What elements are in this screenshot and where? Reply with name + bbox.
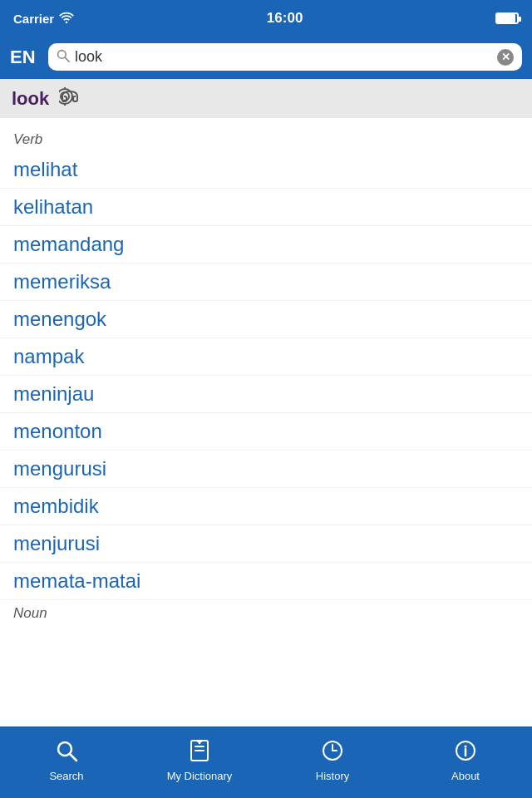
battery-area	[495, 12, 519, 24]
history-nav-icon	[320, 738, 345, 766]
svg-point-14	[465, 746, 467, 748]
nav-about[interactable]: About	[399, 727, 532, 798]
list-item[interactable]: mengurusi	[0, 451, 532, 488]
search-nav-icon	[54, 738, 79, 766]
word-header: look	[0, 79, 532, 118]
language-badge[interactable]: EN	[10, 47, 40, 68]
list-item[interactable]: kelihatan	[0, 189, 532, 226]
nav-my-dictionary[interactable]: My Dictionary	[133, 727, 266, 798]
list-item[interactable]: nampak	[0, 338, 532, 376]
list-item[interactable]: melihat	[0, 151, 532, 189]
word-title: look	[12, 88, 49, 110]
about-nav-icon	[453, 738, 478, 766]
search-input[interactable]	[75, 48, 492, 66]
carrier-label: Carrier	[13, 12, 54, 26]
list-item[interactable]: memeriksa	[0, 264, 532, 301]
list-item[interactable]: membidik	[0, 488, 532, 525]
list-item[interactable]: memata-matai	[0, 563, 532, 600]
status-bar: Carrier 16:00	[0, 0, 532, 37]
wifi-icon	[59, 12, 74, 26]
clear-button[interactable]: ✕	[497, 49, 514, 66]
list-item[interactable]: menengok	[0, 301, 532, 338]
pos-label: Verb	[0, 126, 532, 151]
bottom-nav: Search My Dictionary History	[0, 727, 532, 798]
my-dictionary-nav-icon	[187, 738, 212, 766]
history-nav-label: History	[316, 770, 349, 782]
svg-point-0	[58, 50, 66, 58]
list-item[interactable]: meninjau	[0, 376, 532, 413]
status-time: 16:00	[267, 10, 303, 27]
translation-content: Verbmelihatkelihatanmemandangmemeriksame…	[0, 118, 532, 720]
list-item[interactable]: menjurusi	[0, 525, 532, 563]
pos-label: Noun	[0, 600, 532, 625]
battery-icon	[495, 12, 519, 24]
svg-line-7	[70, 754, 76, 761]
search-icon	[57, 49, 70, 66]
carrier-info: Carrier	[13, 12, 74, 26]
my-dictionary-nav-label: My Dictionary	[167, 770, 233, 782]
search-bar: EN ✕	[0, 37, 532, 79]
svg-line-1	[65, 57, 69, 62]
list-item[interactable]: menonton	[0, 413, 532, 451]
audio-icon[interactable]	[59, 87, 81, 110]
nav-history[interactable]: History	[266, 727, 399, 798]
list-item[interactable]: memandang	[0, 226, 532, 264]
about-nav-label: About	[451, 770, 480, 782]
search-nav-label: Search	[49, 770, 83, 782]
nav-search[interactable]: Search	[0, 727, 133, 798]
search-input-container: ✕	[48, 43, 522, 71]
